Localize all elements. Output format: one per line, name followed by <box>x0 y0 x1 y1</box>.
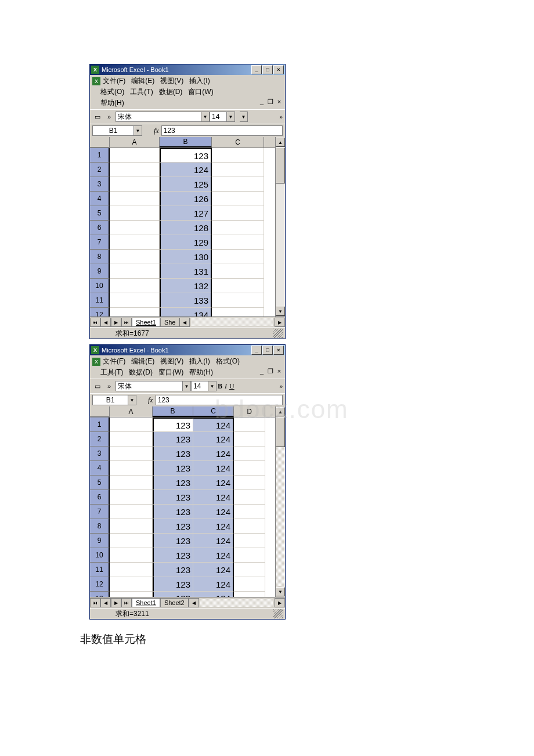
cell-C6[interactable]: 124 <box>193 490 234 505</box>
cell-A12[interactable] <box>110 308 160 316</box>
cell-C4[interactable] <box>212 192 264 206</box>
tab-nav-first-icon[interactable]: ⏮ <box>90 598 100 607</box>
name-box-dropdown-icon[interactable]: ▼ <box>128 395 136 405</box>
new-doc-icon[interactable]: ▭ <box>92 111 103 122</box>
cell-D12[interactable] <box>234 577 265 592</box>
col-header-A[interactable]: A <box>110 137 160 147</box>
minimize-button[interactable]: _ <box>251 345 262 355</box>
cell-C4[interactable]: 124 <box>193 461 234 476</box>
row-header[interactable]: 9 <box>90 534 110 548</box>
row-header[interactable]: 4 <box>90 192 110 206</box>
cell-A3[interactable] <box>110 447 153 461</box>
mdi-max-icon[interactable]: ❐ <box>267 368 274 375</box>
font-size-dropdown-icon[interactable]: ▼ <box>208 381 217 391</box>
col-header-C[interactable]: C <box>193 406 234 417</box>
name-box-dropdown-icon[interactable]: ▼ <box>134 125 142 136</box>
cell-A1[interactable] <box>110 417 153 432</box>
row-header[interactable]: 5 <box>90 206 110 221</box>
cell-A10[interactable] <box>110 279 160 293</box>
row-header[interactable]: 5 <box>90 476 110 490</box>
cell-A5[interactable] <box>110 206 160 221</box>
cell-A3[interactable] <box>110 177 160 192</box>
cell-A2[interactable] <box>110 432 153 447</box>
underline-button[interactable]: U <box>229 382 234 391</box>
font-name-select[interactable]: 宋体 <box>116 111 201 122</box>
select-all-corner[interactable] <box>90 406 110 417</box>
cell-B1[interactable]: 123 <box>160 148 212 163</box>
col-header-D[interactable]: D <box>234 406 265 417</box>
menu-data[interactable]: 数据(D) <box>129 368 153 377</box>
cell-B11[interactable]: 123 <box>153 563 193 577</box>
row-header[interactable]: 9 <box>90 264 110 279</box>
hscroll-right-icon[interactable]: ▶ <box>275 318 285 327</box>
scroll-up-icon[interactable]: ▲ <box>276 407 285 416</box>
fx-icon[interactable]: fx <box>148 396 153 405</box>
cell-C7[interactable]: 124 <box>193 505 234 519</box>
cell-D13[interactable] <box>234 592 265 597</box>
hscroll-left-icon[interactable]: ◀ <box>179 318 190 327</box>
name-box[interactable]: B1 <box>92 395 128 405</box>
cell-C1[interactable]: 124 <box>193 417 234 432</box>
cell-C11[interactable]: 124 <box>193 563 234 577</box>
cell-A8[interactable] <box>110 250 160 264</box>
cell-D11[interactable] <box>234 563 265 577</box>
cell-B12[interactable]: 134 <box>160 308 212 316</box>
menu-window[interactable]: 窗口(W) <box>188 87 213 97</box>
row-header[interactable]: 8 <box>90 519 110 534</box>
menu-tools[interactable]: 工具(T) <box>100 368 123 377</box>
cell-D5[interactable] <box>234 476 265 490</box>
toolbar-overflow-icon[interactable]: » <box>279 383 283 390</box>
col-header-A[interactable]: A <box>110 406 153 417</box>
cell-B8[interactable]: 130 <box>160 250 212 264</box>
toolbar-overflow-icon[interactable]: » <box>279 114 283 120</box>
font-size-select[interactable]: 14 <box>191 381 208 391</box>
row-header[interactable]: 7 <box>90 505 110 519</box>
cell-C8[interactable]: 124 <box>193 519 234 534</box>
col-header-B[interactable]: B <box>160 137 212 147</box>
cell-C13[interactable]: 124 <box>193 592 234 597</box>
row-header[interactable]: 3 <box>90 177 110 192</box>
row-header[interactable]: 8 <box>90 250 110 264</box>
row-header[interactable]: 2 <box>90 163 110 177</box>
mdi-restore-icon[interactable]: _ <box>258 98 265 105</box>
menu-edit[interactable]: 编辑(E) <box>131 357 154 366</box>
menu-format[interactable]: 格式(O) <box>216 357 240 366</box>
cell-C10[interactable] <box>212 279 264 293</box>
menu-view[interactable]: 视图(V) <box>160 76 183 86</box>
menu-file[interactable]: 文件(F) <box>103 357 125 366</box>
cell-D3[interactable] <box>234 447 265 461</box>
cell-C3[interactable] <box>212 177 264 192</box>
menu-insert[interactable]: 插入(I) <box>189 76 210 86</box>
row-header[interactable]: 10 <box>90 548 110 563</box>
font-name-dropdown-icon[interactable]: ▼ <box>183 381 191 391</box>
cell-B7[interactable]: 129 <box>160 235 212 250</box>
cell-C8[interactable] <box>212 250 264 264</box>
scroll-down-icon[interactable]: ▼ <box>276 307 285 316</box>
minimize-button[interactable]: _ <box>251 65 262 74</box>
cell-D7[interactable] <box>234 505 265 519</box>
menu-window[interactable]: 窗口(W) <box>158 368 183 377</box>
bold-button[interactable]: B <box>218 382 222 391</box>
cell-B10[interactable]: 132 <box>160 279 212 293</box>
cell-A11[interactable] <box>110 563 153 577</box>
cell-A5[interactable] <box>110 476 153 490</box>
cell-A8[interactable] <box>110 519 153 534</box>
cell-C10[interactable]: 124 <box>193 548 234 563</box>
cell-B4[interactable]: 123 <box>153 461 193 476</box>
cell-C1[interactable] <box>212 148 264 163</box>
cell-B2[interactable]: 123 <box>153 432 193 447</box>
tab-nav-first-icon[interactable]: ⏮ <box>90 318 100 327</box>
row-header[interactable]: 7 <box>90 235 110 250</box>
cell-A6[interactable] <box>110 221 160 235</box>
menu-help[interactable]: 帮助(H) <box>189 368 213 377</box>
cell-D10[interactable] <box>234 548 265 563</box>
cell-D9[interactable] <box>234 534 265 548</box>
formula-input[interactable]: 123 <box>161 125 283 136</box>
mdi-close-icon[interactable]: × <box>276 368 283 375</box>
row-header[interactable]: 1 <box>90 417 110 432</box>
italic-button[interactable]: I <box>225 382 227 391</box>
horizontal-scrollbar[interactable] <box>200 599 273 607</box>
scroll-up-icon[interactable]: ▲ <box>276 138 285 147</box>
menu-insert[interactable]: 插入(I) <box>189 357 210 366</box>
row-header[interactable]: 3 <box>90 447 110 461</box>
